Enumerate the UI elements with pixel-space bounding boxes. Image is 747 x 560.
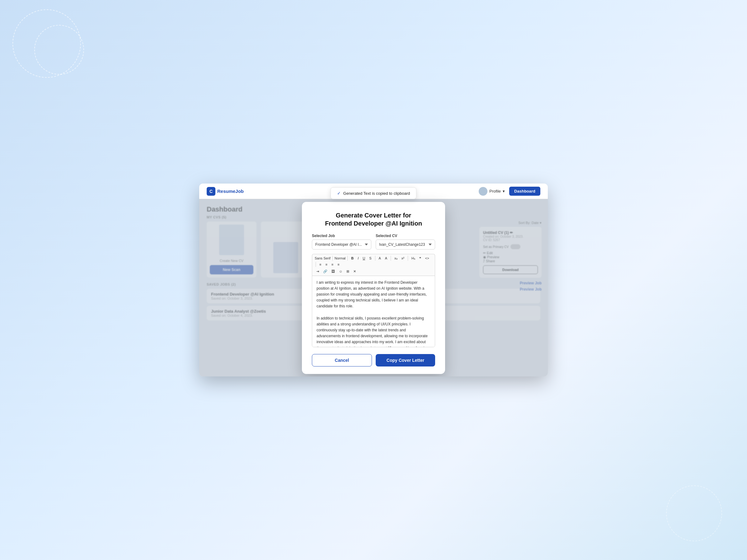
selected-job-select[interactable]: Frontend Developer @AI I...Junior Data A… (312, 240, 371, 249)
toolbar-image[interactable]: 🖼 (330, 269, 336, 274)
profile-label: Profile (489, 189, 501, 193)
toolbar-separator-4 (391, 256, 391, 261)
logo-text: ResumeJob (217, 189, 244, 194)
toolbar-bold[interactable]: B (350, 256, 355, 261)
toolbar-link[interactable]: 🔗 (321, 269, 329, 274)
toolbar-strikethrough[interactable]: S (367, 256, 373, 261)
toolbar-align-center[interactable]: ≡ (324, 262, 329, 267)
chevron-down-icon: ▾ (503, 189, 505, 193)
browser-window: C ResumeJob Profile ▾ Dashboard ✓ Genera… (199, 184, 548, 376)
toolbar-subscript[interactable]: x₂ (393, 256, 399, 261)
toolbar-indent[interactable]: ⇥ (315, 269, 320, 274)
copy-cover-letter-button[interactable]: Copy Cover Letter (376, 354, 435, 367)
toolbar-separator-2 (347, 256, 348, 261)
toolbar-blockquote[interactable]: ❝ (418, 256, 423, 261)
toolbar-align-left[interactable]: ≡ (318, 262, 323, 267)
toolbar-code[interactable]: <> (423, 256, 431, 261)
check-icon: ✓ (337, 191, 341, 196)
toolbar-heading[interactable]: H₁ (410, 256, 417, 261)
toolbar-clear[interactable]: ✕ (352, 269, 358, 274)
toolbar-text-color[interactable]: A (377, 256, 383, 261)
dashboard-button[interactable]: Dashboard (509, 187, 540, 196)
editor-toolbar: Sans Serif Normal B I U S A A x₂ x² H₁ ❝… (312, 254, 435, 276)
navbar-right: Profile ▾ Dashboard (479, 187, 540, 196)
modal-generate-cover-letter: Generate Cover Letter for Frontend Devel… (302, 202, 445, 374)
modal-fields: Selected Job Frontend Developer @AI I...… (312, 234, 435, 249)
logo: C ResumeJob (207, 187, 244, 196)
logo-icon: C (207, 187, 215, 196)
profile-button[interactable]: Profile ▾ (479, 187, 505, 196)
toast-notification: ✓ Generated Text is copied to clipboard (331, 187, 416, 199)
cancel-button[interactable]: Cancel (312, 354, 372, 367)
toolbar-font: Sans Serif (315, 256, 331, 260)
logo-letter: C (209, 189, 212, 194)
modal-buttons: Cancel Copy Cover Letter (312, 354, 435, 367)
toolbar-separator-1 (332, 256, 333, 261)
selected-cv-field: Selected CV Ivan_CV_LatestChange123Untit… (376, 234, 435, 249)
toolbar-size: Normal (335, 256, 345, 260)
toolbar-underline[interactable]: U (361, 256, 367, 261)
toolbar-separator-5 (408, 256, 408, 261)
selected-cv-select[interactable]: Ivan_CV_LatestChange123Untitled CV (1) (376, 240, 435, 249)
toolbar-align-justify[interactable]: ≡ (336, 262, 341, 267)
modal-title: Generate Cover Letter for Frontend Devel… (312, 211, 435, 228)
toolbar-align-right[interactable]: ≡ (330, 262, 335, 267)
selected-job-label: Selected Job (312, 234, 371, 238)
toolbar-superscript[interactable]: x² (400, 256, 406, 261)
selected-cv-label: Selected CV (376, 234, 435, 238)
avatar (479, 187, 487, 196)
toolbar-table[interactable]: ⊞ (345, 269, 351, 274)
toolbar-highlight[interactable]: A (383, 256, 389, 261)
cover-letter-editor[interactable] (312, 276, 435, 347)
modal-backdrop: Generate Cover Letter for Frontend Devel… (199, 199, 548, 376)
toolbar-separator-3 (375, 256, 376, 261)
toolbar-emoji[interactable]: ☺ (337, 269, 344, 274)
toolbar-italic[interactable]: I (356, 256, 360, 261)
selected-job-field: Selected Job Frontend Developer @AI I...… (312, 234, 371, 249)
toast-message: Generated Text is copied to clipboard (343, 191, 410, 196)
